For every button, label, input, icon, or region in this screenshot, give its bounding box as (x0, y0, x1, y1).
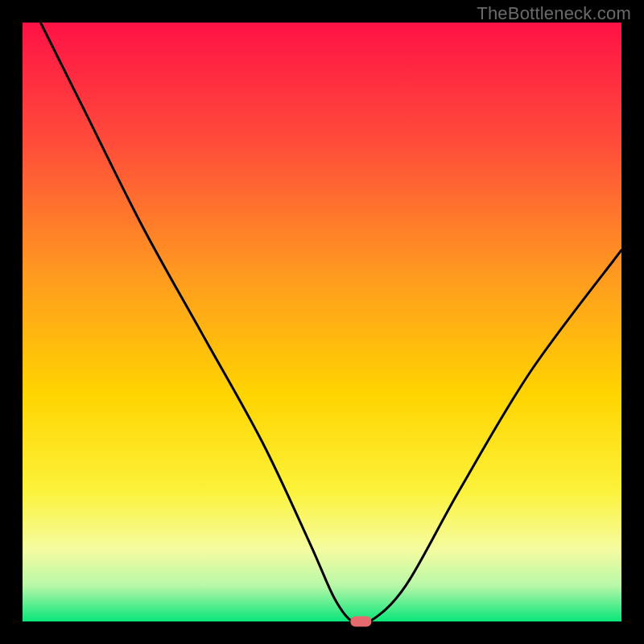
chart-frame: TheBottleneck.com (0, 0, 644, 644)
bottleneck-chart (0, 0, 644, 644)
optimal-marker (350, 617, 371, 627)
plot-area (23, 23, 621, 621)
watermark-text: TheBottleneck.com (477, 3, 631, 24)
